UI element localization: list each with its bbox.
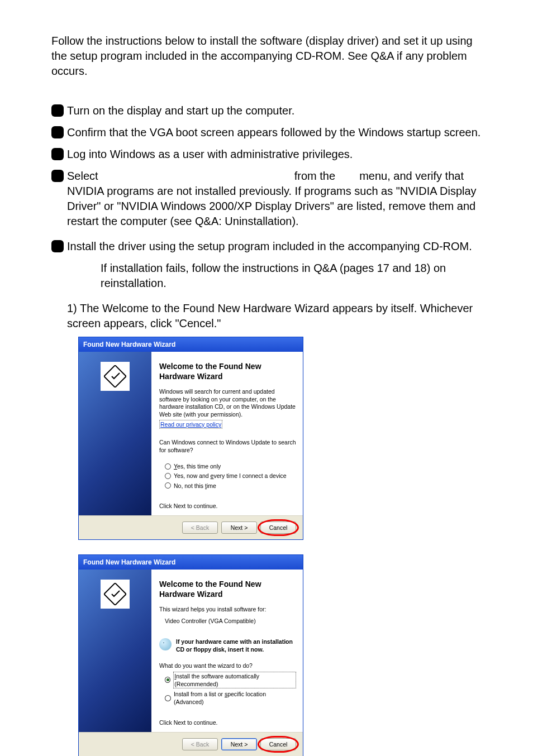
cancel-button[interactable]: Cancel xyxy=(260,738,296,750)
step-4-text-a: Select xyxy=(67,170,98,182)
radio-icon xyxy=(165,677,170,683)
radio-icon xyxy=(165,463,171,470)
step-5-text: Install the driver using the setup progr… xyxy=(67,240,472,252)
radio-icon xyxy=(165,695,171,701)
step-2-text: Confirm that the VGA boot screen appears… xyxy=(67,126,480,138)
intro-text: Follow the instructions below to install… xyxy=(51,34,488,79)
step-marker-icon xyxy=(51,240,64,252)
radio-yes-always[interactable]: Yes, now and every time I connect a devi… xyxy=(165,472,296,480)
step-4: Select from the menu, and verify that NV… xyxy=(51,169,488,229)
radio-advanced-install[interactable]: Install from a list or specific location… xyxy=(165,690,296,706)
svg-rect-1 xyxy=(104,583,126,605)
dialog-continue-text: Click Next to continue. xyxy=(159,502,296,510)
dialog-footer: < Back Next > Cancel xyxy=(79,515,303,539)
dialog-side-graphic xyxy=(79,570,151,732)
step-5-1-text: 1) The Welcome to the Found New Hardware… xyxy=(67,302,473,329)
cancel-button[interactable]: Cancel xyxy=(260,521,296,534)
step-5-sub-text: If installation fails, follow the instru… xyxy=(101,262,446,289)
dialog-footer: < Back Next > Cancel xyxy=(79,732,303,756)
privacy-policy-link[interactable]: Read our privacy policy xyxy=(159,420,222,429)
radio-yes-once[interactable]: Yes, this time only xyxy=(165,462,296,470)
cd-tip-icon xyxy=(159,638,172,650)
step-3: Log into Windows as a user with administ… xyxy=(51,147,488,162)
step-marker-icon xyxy=(51,126,64,138)
device-name: Video Controller (VGA Compatible) xyxy=(165,617,296,625)
step-4-rest: NVIDIA programs are not installed previo… xyxy=(67,185,477,227)
dialog-side-graphic xyxy=(79,352,151,515)
radio-yes-once-label: es, this time only xyxy=(177,463,221,470)
radio-no[interactable]: No, not this time xyxy=(165,482,296,490)
radio-icon xyxy=(165,473,171,479)
dialog-heading: Welcome to the Found New Hardware Wizard xyxy=(159,362,296,381)
dialog-title: Found New Hardware Wizard xyxy=(79,555,303,570)
wizard-dialog-2: Found New Hardware Wizard Welcome to the… xyxy=(78,554,303,756)
radio-auto-install[interactable]: Install the software automatically (Reco… xyxy=(165,672,296,688)
wizard-dialog-1: Found New Hardware Wizard Welcome to the… xyxy=(78,337,303,540)
step-5-sub: If installation fails, follow the instru… xyxy=(51,261,488,291)
step-4-text-c: menu, and verify that xyxy=(359,170,464,182)
step-2: Confirm that the VGA boot screen appears… xyxy=(51,125,488,140)
next-button[interactable]: Next > xyxy=(221,738,257,750)
dialog-title: Found New Hardware Wizard xyxy=(79,337,303,352)
step-1: Turn on the display and start up the com… xyxy=(51,103,488,118)
step-marker-icon xyxy=(51,104,64,117)
step-1-text: Turn on the display and start up the com… xyxy=(67,104,294,117)
step-marker-icon xyxy=(51,170,64,182)
dialog-body-text: Windows will search for current and upda… xyxy=(159,388,296,419)
step-5-1: 1) The Welcome to the Found New Hardware… xyxy=(51,301,488,331)
step-4-text-b: from the xyxy=(294,170,335,182)
svg-rect-0 xyxy=(104,365,126,387)
dialog-intro-text: This wizard helps you install software f… xyxy=(159,606,296,614)
radio-icon xyxy=(165,482,171,489)
dialog-question: Can Windows connect to Windows Update to… xyxy=(159,439,296,454)
hardware-icon xyxy=(101,362,130,391)
insert-cd-tip-text: If your hardware came with an installati… xyxy=(176,638,296,653)
back-button: < Back xyxy=(182,521,218,534)
back-button: < Back xyxy=(182,738,218,750)
dialog-continue-text: Click Next to continue. xyxy=(159,719,296,726)
step-5: Install the driver using the setup progr… xyxy=(51,239,488,254)
hardware-icon xyxy=(101,580,130,609)
step-3-text: Log into Windows as a user with administ… xyxy=(67,148,353,160)
next-button[interactable]: Next > xyxy=(221,521,257,534)
step-marker-icon xyxy=(51,148,64,160)
dialog-question: What do you want the wizard to do? xyxy=(159,662,296,670)
dialog-heading: Welcome to the Found New Hardware Wizard xyxy=(159,580,296,599)
insert-cd-tip: If your hardware came with an installati… xyxy=(159,638,296,653)
